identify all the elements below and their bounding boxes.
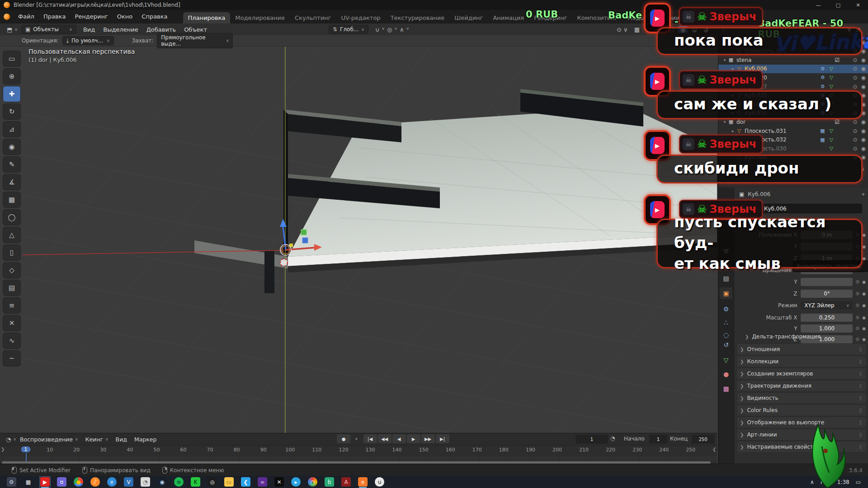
animate-dot[interactable]: ● <box>862 280 866 284</box>
outliner-row[interactable]: ▸▽Плоскость.031▦▽⊙◉ <box>718 127 868 135</box>
taskbar-bandicam[interactable]: b <box>324 477 335 487</box>
timeline-editor-icon[interactable]: ◔ <box>4 436 13 443</box>
timeline-menu-1[interactable]: Кеинг∨ <box>82 436 112 443</box>
transform-4-field[interactable] <box>801 278 853 286</box>
workspace-tab-1[interactable]: Моделирование <box>230 12 290 23</box>
taskbar-youtube[interactable]: ▶ <box>40 477 50 487</box>
taskbar-visual-studio[interactable]: ∞ <box>257 477 268 487</box>
tab-data[interactable]: ▽ <box>720 354 732 366</box>
lock-icon[interactable]: ⟐ <box>855 291 859 297</box>
tab-material[interactable]: ● <box>720 368 732 380</box>
taskbar-vk[interactable]: V <box>123 477 134 487</box>
camera-icon[interactable]: ◉ <box>861 75 866 81</box>
prev-keyframe-button[interactable]: ◀◀ <box>378 434 392 443</box>
lock-icon[interactable]: ⟐ <box>855 279 859 285</box>
outliner-row[interactable]: ▾▦stena☑⊙◉ <box>718 56 868 64</box>
frame-start-field[interactable]: 1 <box>649 435 667 444</box>
scale-tool[interactable]: ⊿ <box>3 121 21 137</box>
animate-dot[interactable]: ● <box>862 315 866 320</box>
taskbar-firefox[interactable]: ᔑ <box>90 477 100 487</box>
close-button[interactable]: ✕ <box>848 0 868 10</box>
tab-texture[interactable]: ▩ <box>720 383 732 394</box>
viewport-menu-2[interactable]: Добавить <box>142 26 180 33</box>
frame-end-field[interactable]: 250 <box>692 435 714 444</box>
knife-tool[interactable]: ✕ <box>3 315 21 331</box>
panel-grip-icon[interactable]: ⣿ <box>859 432 863 437</box>
timeline-menu-3[interactable]: Маркер <box>131 436 160 443</box>
timeline-menu-2[interactable]: Вид <box>112 436 131 443</box>
autokey-caret[interactable]: ∨ <box>355 436 358 441</box>
tab-constraints[interactable]: ↺ <box>720 339 732 351</box>
disclosure-icon[interactable]: ▾ <box>722 120 727 124</box>
animate-dot[interactable]: ● <box>862 303 866 308</box>
taskbar-task-view[interactable]: ▦ <box>23 477 33 487</box>
transform-5-field[interactable]: 0° <box>801 290 853 298</box>
timeline-editor-caret[interactable]: ∨ <box>13 437 16 441</box>
current-frame-field[interactable]: 1 <box>576 435 608 444</box>
eye-icon[interactable]: ⊙ <box>853 57 857 63</box>
timeline-menu-0[interactable]: Воспроизведение∨ <box>16 436 82 443</box>
orientation-dropdown[interactable]: ⤓ По умолч... ∨ <box>62 36 114 45</box>
lock-icon[interactable]: ⟐ <box>855 303 859 309</box>
panel-grip-icon[interactable]: ⣿ <box>859 371 863 376</box>
menubar-menu-2[interactable]: Рендеринг <box>70 10 112 23</box>
animate-dot[interactable]: ● <box>862 326 866 331</box>
workspace-tab-3[interactable]: UV-редактор <box>336 12 385 23</box>
taskbar-edge[interactable]: e <box>107 477 117 487</box>
taskbar-telegram[interactable]: ▸ <box>291 477 301 487</box>
add-cube-tool[interactable]: ▦ <box>3 192 21 208</box>
blender-menu-logo-icon[interactable] <box>4 14 10 20</box>
taskbar-kick[interactable]: K <box>190 477 201 487</box>
cursor-tool[interactable]: ⊕ <box>3 68 21 84</box>
autokey-record-button[interactable]: ● <box>337 434 350 443</box>
minimize-button[interactable]: — <box>808 0 828 10</box>
eye-icon[interactable]: ⊙ <box>853 75 857 81</box>
workspace-tab-0[interactable]: Планировка <box>183 12 231 23</box>
viewport-menu-3[interactable]: Объект <box>180 26 211 33</box>
pin-icon[interactable]: ⌖ <box>862 191 865 197</box>
snap-dropdown[interactable]: Прямоугольное выде... ∨ <box>157 33 233 48</box>
eye-icon[interactable]: ⊙ <box>853 145 857 152</box>
panel-4[interactable]: ❯Траектории движения⣿ <box>736 380 867 392</box>
taskbar-blender[interactable]: ಠ <box>358 477 368 487</box>
disclosure-icon[interactable]: ▾ <box>722 58 727 62</box>
viewport-menu-1[interactable]: Выделение <box>99 26 142 33</box>
workspace-tab-5[interactable]: Шейдинг <box>449 12 488 23</box>
viewport-menu-0[interactable]: Вид <box>79 26 99 33</box>
gizmos-toggle-icon[interactable]: ▦ <box>632 26 642 33</box>
disclosure-icon[interactable]: ▸ <box>730 129 736 133</box>
extrude-tool[interactable]: ≡ <box>3 297 21 314</box>
panel-1[interactable]: ❯Отношения⣿ <box>736 343 867 355</box>
transform-orientation-dropdown[interactable]: ⇅ Глоб... ∨ <box>329 25 368 34</box>
eye-icon[interactable]: ⊙ <box>853 136 857 143</box>
taskbar-discord[interactable]: ʊ <box>57 477 67 487</box>
eye-icon[interactable]: ⊙ <box>853 84 857 90</box>
taskbar-paint[interactable]: ◔ <box>140 477 151 487</box>
timeline-ruler[interactable]: 1102030405060708090100110120130140150160… <box>0 445 717 456</box>
panel-0[interactable]: ❯Дельта-трансформация <box>742 331 866 342</box>
rotate-tool[interactable]: ↻ <box>3 103 21 120</box>
camera-icon[interactable]: ◉ <box>861 128 866 134</box>
camera-icon[interactable]: ◉ <box>861 119 866 125</box>
taskbar-photos[interactable]: ○ <box>307 477 318 487</box>
camera-icon[interactable]: ◉ <box>861 84 866 90</box>
workspace-tab-2[interactable]: Скульптинг <box>290 12 336 23</box>
camera-icon[interactable]: ◉ <box>861 66 866 72</box>
move-tool[interactable]: ✚ <box>3 86 21 102</box>
tab-object[interactable]: ▣ <box>720 287 732 299</box>
menubar-menu-1[interactable]: Правка <box>39 10 70 23</box>
play-button[interactable]: ▶ <box>407 434 420 443</box>
collection-checkbox[interactable]: ☑ <box>835 119 840 125</box>
camera-icon[interactable]: ◉ <box>861 145 866 152</box>
snap-magnet-icon[interactable]: ∪ <box>373 26 382 33</box>
next-keyframe-button[interactable]: ▶▶ <box>421 434 435 443</box>
tab-modifiers[interactable]: ⚙ <box>720 303 732 315</box>
menubar-menu-3[interactable]: Окно <box>113 10 137 23</box>
lock-icon[interactable]: ⟐ <box>855 315 859 321</box>
expand-arrow-left[interactable]: ❯ <box>1 447 5 452</box>
spin-tool[interactable]: ∿ <box>3 333 21 349</box>
properties-breadcrumb[interactable]: ▣ Куб.006 <box>739 191 770 197</box>
maximize-button[interactable]: ▢ <box>828 0 848 10</box>
lock-icon[interactable]: ⟐ <box>855 326 859 332</box>
eye-icon[interactable]: ⊙ <box>853 119 857 125</box>
